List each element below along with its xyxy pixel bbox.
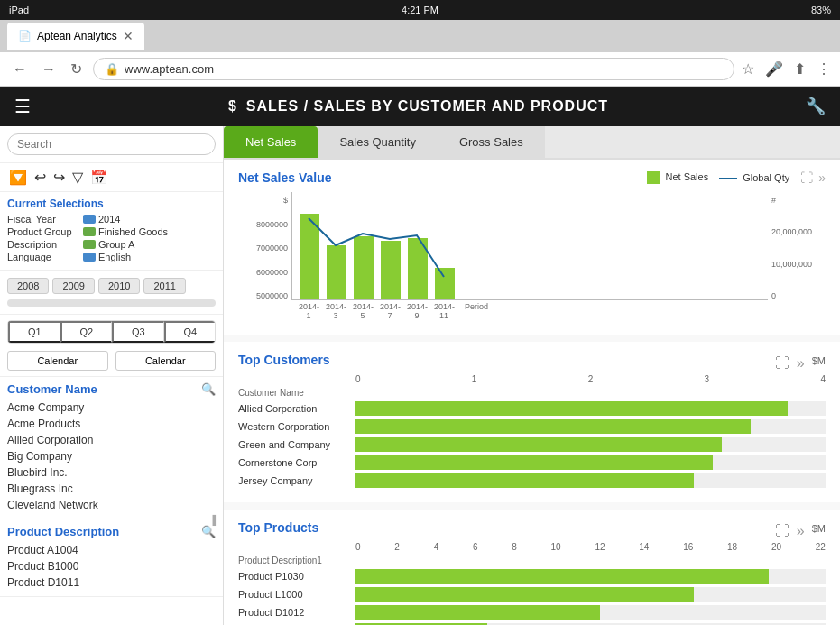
customer-bar-track-0 bbox=[355, 401, 826, 416]
top-products-title: Top Products bbox=[238, 520, 318, 535]
product-col-header: Product Description1 bbox=[238, 556, 826, 565]
language-label: Language bbox=[7, 252, 79, 262]
bar-0 bbox=[300, 214, 319, 299]
year-2011-button[interactable]: 2011 bbox=[143, 278, 185, 294]
product-bar-track-1 bbox=[355, 587, 826, 602]
tab-icon: 📄 bbox=[18, 30, 32, 42]
product-row-2: Product D1012 bbox=[238, 605, 826, 620]
customer-item-5[interactable]: Bluegrass Inc bbox=[7, 481, 216, 497]
product-bar-track-2 bbox=[355, 605, 826, 620]
redo-icon[interactable]: ↪ bbox=[53, 169, 65, 186]
product-item-0[interactable]: Product A1004 bbox=[7, 542, 216, 558]
browser-tab[interactable]: 📄 Aptean Analytics ✕ bbox=[7, 23, 144, 50]
fiscal-year-icon bbox=[83, 215, 96, 224]
product-axis-marks: 0 2 4 6 8 10 12 14 16 18 20 22 bbox=[355, 542, 826, 552]
tab-close-button[interactable]: ✕ bbox=[123, 29, 134, 43]
product-label-1: Product L1000 bbox=[238, 589, 355, 600]
customer-bar-3 bbox=[355, 455, 713, 470]
calendar-button-1[interactable]: Calendar bbox=[7, 351, 108, 371]
calendar-icon[interactable]: 📅 bbox=[90, 169, 108, 186]
customer-row-0: Allied Corporation bbox=[238, 401, 826, 416]
reload-button[interactable]: ↻ bbox=[67, 59, 86, 79]
customer-item-0[interactable]: Acme Company bbox=[7, 400, 216, 416]
top-products-section: Top Products ⛶ » $M 0 2 4 6 8 10 12 bbox=[224, 510, 840, 625]
customer-item-2[interactable]: Allied Corporation bbox=[7, 432, 216, 448]
right-y-top: # bbox=[771, 196, 826, 205]
filter-active-icon[interactable]: 🔽 bbox=[9, 169, 27, 186]
undo-icon[interactable]: ↩ bbox=[34, 169, 46, 186]
search-bar bbox=[0, 126, 223, 163]
product-group-icon bbox=[83, 227, 96, 236]
settings-icon[interactable]: 🔧 bbox=[806, 97, 826, 116]
customer-name-section: Customer Name 🔍 Acme Company Acme Produc… bbox=[0, 377, 223, 519]
customer-scroll-indicator: ▐ bbox=[209, 515, 216, 525]
customer-bar-4 bbox=[355, 473, 694, 488]
share-icon[interactable]: ⬆ bbox=[794, 60, 806, 78]
customer-bar-track-4 bbox=[355, 473, 826, 488]
app-header: ☰ $ SALES / SALES BY CUSTOMER AND PRODUC… bbox=[0, 87, 840, 126]
language-icon bbox=[83, 253, 96, 262]
customer-item-1[interactable]: Acme Products bbox=[7, 416, 216, 432]
customer-search-icon[interactable]: 🔍 bbox=[201, 382, 216, 396]
year-2009-button[interactable]: 2009 bbox=[52, 278, 94, 294]
back-button[interactable]: ← bbox=[9, 60, 31, 79]
customer-bar-track-1 bbox=[355, 419, 826, 434]
products-more-icon[interactable]: » bbox=[797, 523, 805, 539]
url-field[interactable]: 🔒 www.aptean.com bbox=[93, 58, 734, 80]
customer-item-6[interactable]: Cleveland Network bbox=[7, 497, 216, 513]
quarter-row: Q1 Q2 Q3 Q4 bbox=[7, 320, 216, 344]
tab-gross-sales[interactable]: Gross Sales bbox=[438, 126, 545, 158]
tab-sales-quantity[interactable]: Sales Quantity bbox=[318, 126, 438, 158]
customer-item-3[interactable]: Big Company bbox=[7, 448, 216, 464]
bar-group-4 bbox=[408, 238, 428, 299]
product-item-2[interactable]: Product D1011 bbox=[7, 574, 216, 591]
customer-bar-1 bbox=[355, 419, 751, 434]
forward-button[interactable]: → bbox=[38, 60, 60, 79]
bookmark-icon[interactable]: ☆ bbox=[742, 60, 754, 78]
search-input[interactable] bbox=[7, 133, 216, 155]
x-label-4: 2014-9 bbox=[407, 302, 427, 320]
year-2010-button[interactable]: 2010 bbox=[98, 278, 140, 294]
chart-more-icon[interactable]: » bbox=[818, 170, 826, 185]
product-axis-row: 0 2 4 6 8 10 12 14 16 18 20 22 bbox=[238, 542, 826, 552]
tab-title: Aptean Analytics bbox=[37, 30, 117, 42]
hamburger-menu-icon[interactable]: ☰ bbox=[14, 96, 31, 117]
product-col-label: Product Description1 bbox=[238, 556, 355, 565]
calendar-button-2[interactable]: Calendar bbox=[115, 351, 217, 371]
description-icon bbox=[83, 240, 96, 249]
chart-title: Net Sales Value bbox=[238, 170, 332, 185]
customer-axis-space bbox=[238, 374, 355, 384]
funnel-icon[interactable]: ▽ bbox=[72, 169, 83, 186]
current-selections-heading: Current Selections bbox=[7, 198, 216, 210]
products-expand-icon[interactable]: ⛶ bbox=[775, 523, 789, 539]
customer-label-0: Allied Corporation bbox=[238, 403, 355, 414]
product-search-icon[interactable]: 🔍 bbox=[201, 525, 216, 538]
status-bar: iPad 4:21 PM 83% bbox=[0, 0, 840, 20]
chart-expand-icon[interactable]: ⛶ bbox=[800, 170, 813, 185]
customers-more-icon[interactable]: » bbox=[797, 355, 805, 372]
net-sales-legend-item: Net Sales bbox=[647, 171, 708, 184]
customer-item-4[interactable]: Bluebird Inc. bbox=[7, 464, 216, 481]
customer-axis-row: 0 1 2 3 4 bbox=[238, 374, 826, 384]
mic-icon[interactable]: 🎤 bbox=[765, 60, 783, 78]
year-2008-button[interactable]: 2008 bbox=[7, 278, 49, 294]
customers-expand-icon[interactable]: ⛶ bbox=[775, 355, 789, 372]
period-label: Period bbox=[465, 302, 488, 320]
menu-icon[interactable]: ⋮ bbox=[817, 60, 831, 78]
q4-button[interactable]: Q4 bbox=[164, 321, 216, 343]
selection-language: Language English bbox=[7, 252, 216, 262]
customer-section-heading: Customer Name 🔍 bbox=[7, 382, 216, 396]
customer-col-header: Customer Name bbox=[238, 388, 826, 398]
q3-button[interactable]: Q3 bbox=[112, 321, 164, 343]
year-scroll-track[interactable] bbox=[7, 299, 216, 307]
q1-button[interactable]: Q1 bbox=[8, 321, 60, 343]
product-label-0: Product P1030 bbox=[238, 571, 355, 582]
y-axis-left: $ 8000000 7000000 6000000 5000000 bbox=[238, 192, 288, 318]
bars-container bbox=[291, 192, 768, 300]
customer-bar-track-3 bbox=[355, 455, 826, 470]
q2-button[interactable]: Q2 bbox=[60, 321, 113, 343]
product-item-1[interactable]: Product B1000 bbox=[7, 558, 216, 574]
tab-net-sales[interactable]: Net Sales bbox=[224, 126, 318, 158]
bar-4 bbox=[408, 238, 428, 299]
customer-row-4: Jersey Company bbox=[238, 473, 826, 488]
